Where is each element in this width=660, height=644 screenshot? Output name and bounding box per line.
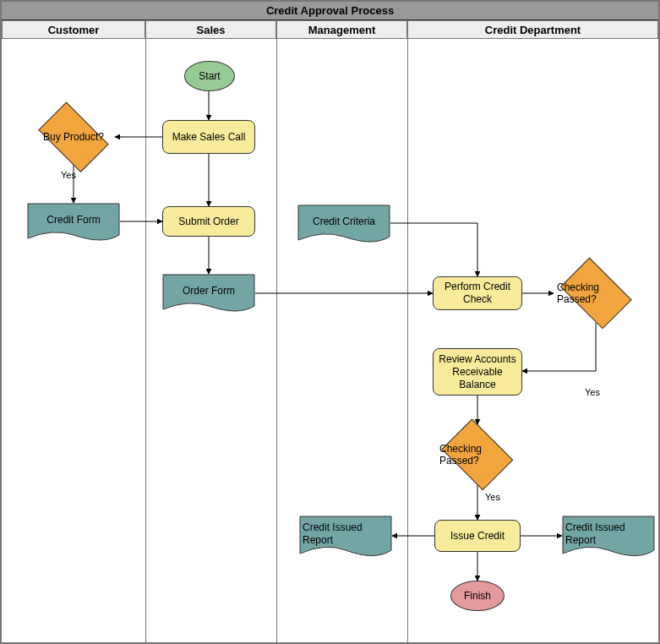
credit-criteria-document: Credit Criteria xyxy=(297,205,390,245)
lane-header-management: Management xyxy=(276,20,407,39)
buy-product-decision: Buy Product? xyxy=(31,109,116,165)
yes-label-1: Yes xyxy=(61,170,76,180)
issue-credit-process: Issue Credit xyxy=(434,520,521,552)
buy-product-label: Buy Product? xyxy=(31,109,116,165)
checking-passed-2-decision: Checking Passed? xyxy=(436,424,519,485)
lane-header-sales: Sales xyxy=(145,20,276,39)
review-ar-process: Review Accounts Receivable Balance xyxy=(433,348,522,396)
lane-header-customer: Customer xyxy=(2,20,145,39)
lane-header-credit: Credit Department xyxy=(407,20,658,39)
finish-terminator: Finish xyxy=(450,581,505,611)
order-form-label: Order Form xyxy=(162,274,255,308)
credit-form-label: Credit Form xyxy=(27,203,120,237)
swimlane-diagram: Credit Approval Process Customer Sales M… xyxy=(0,0,660,644)
credit-issued-report-right-document: Credit Issued Report xyxy=(562,516,655,559)
checking-passed-1-label: Checking Passed? xyxy=(554,264,638,323)
lane-header-row: Customer Sales Management Credit Departm… xyxy=(2,20,658,39)
make-sales-call-process: Make Sales Call xyxy=(162,120,255,154)
checking-passed-1-decision: Checking Passed? xyxy=(554,264,638,323)
credit-criteria-label: Credit Criteria xyxy=(297,205,390,239)
credit-issued-report-left-document: Credit Issued Report xyxy=(299,516,392,559)
order-form-document: Order Form xyxy=(162,274,255,314)
diagram-title: Credit Approval Process xyxy=(2,2,658,20)
yes-label-2: Yes xyxy=(585,387,600,397)
credit-issued-report-right-label: Credit Issued Report xyxy=(562,516,655,553)
start-terminator: Start xyxy=(184,61,235,91)
checking-passed-2-label: Checking Passed? xyxy=(436,424,519,485)
perform-credit-check-process: Perform Credit Check xyxy=(433,276,522,310)
yes-label-3: Yes xyxy=(485,492,500,502)
submit-order-process: Submit Order xyxy=(162,206,255,237)
credit-issued-report-left-label: Credit Issued Report xyxy=(299,516,392,553)
credit-form-document: Credit Form xyxy=(27,203,120,243)
